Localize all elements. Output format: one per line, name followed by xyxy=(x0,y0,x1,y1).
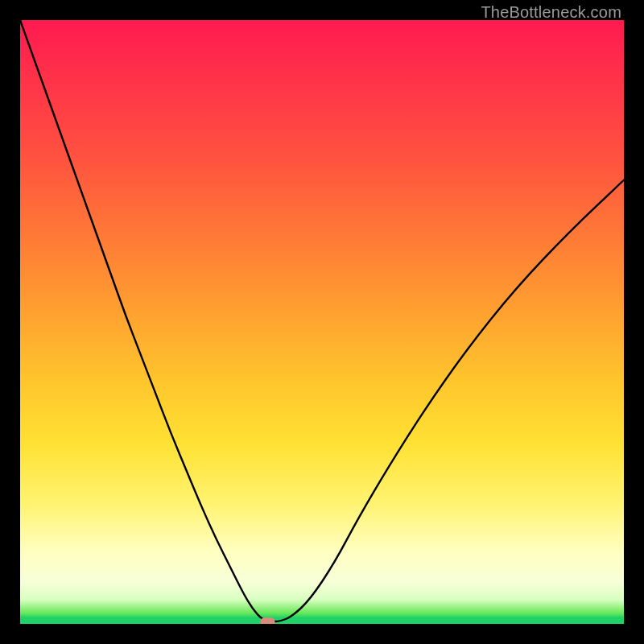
chart-frame: TheBottleneck.com xyxy=(0,0,644,644)
bottleneck-curve xyxy=(20,20,624,621)
valley-marker-icon xyxy=(261,617,275,624)
curve-layer xyxy=(20,20,624,624)
plot-area xyxy=(20,20,624,624)
watermark-text: TheBottleneck.com xyxy=(481,3,621,22)
